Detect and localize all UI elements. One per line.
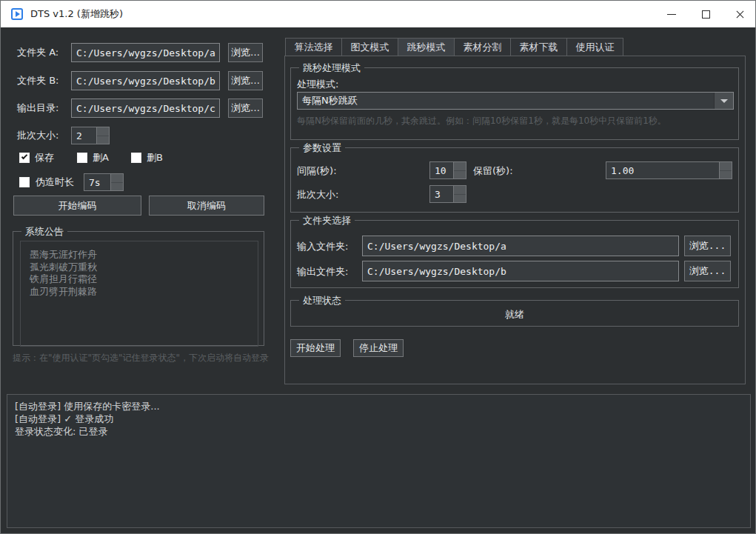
fake-duration-stepper[interactable]: 7s	[84, 173, 124, 191]
save-checkbox-label: 保存	[35, 151, 54, 164]
titlebar: DTS v1.2 (新增跳秒)	[1, 1, 755, 27]
input-folder-label: 输入文件夹:	[297, 240, 348, 253]
spin-down-button[interactable]	[454, 171, 466, 179]
spin-down-button[interactable]	[111, 183, 123, 191]
keep-label: 保留(秒):	[473, 164, 513, 178]
output-folder-input[interactable]: C:/Users/wygzs/Desktop/b	[362, 261, 679, 281]
mode-hint-text: 每隔N秒保留前面的几秒，其余跳过。例如：间隔10秒保留1秒，就是每10秒中只保留…	[297, 115, 666, 127]
folder-b-row: 文件夹 B: C:/Users/wygzs/Desktop/b 浏览…	[17, 71, 263, 90]
stop-process-button[interactable]: 停止处理	[353, 339, 404, 357]
output-dir-row: 输出目录: C:/Users/wygzs/Desktop/c 浏览…	[17, 99, 263, 118]
folder-a-label: 文件夹 A:	[17, 46, 71, 59]
fake-duration-checkbox[interactable]	[19, 177, 30, 187]
tab-material-split[interactable]: 素材分割	[454, 38, 511, 56]
spin-up-button[interactable]	[97, 127, 109, 136]
folders-group: 文件夹选择 输入文件夹: C:/Users/wygzs/Desktop/a 浏览…	[290, 220, 739, 288]
process-mode-select[interactable]: 每隔N秒跳跃	[297, 92, 734, 110]
output-dir-label: 输出目录:	[17, 101, 71, 115]
announcement-line: 血刃劈开荆棘路	[30, 286, 249, 298]
input-folder-browse-button[interactable]: 浏览...	[684, 236, 731, 256]
fake-duration-row: 伪造时长 7s	[19, 173, 124, 192]
batch-size-row: 批次大小: 2	[17, 127, 110, 144]
log-console[interactable]: [自动登录] 使用保存的卡密登录... [自动登录] ✓ 登录成功 登录状态变化…	[7, 394, 751, 528]
tab-algorithm-select[interactable]: 算法选择	[285, 38, 342, 56]
status-group: 处理状态 就绪	[290, 300, 739, 327]
interval-stepper[interactable]: 10	[429, 161, 466, 179]
spin-up-button[interactable]	[454, 162, 466, 171]
process-mode-selected-value: 每隔N秒跳跃	[298, 94, 714, 107]
tab-material-download[interactable]: 素材下载	[510, 38, 567, 56]
announcement-group-title: 系统公告	[21, 225, 67, 238]
delete-a-checkbox[interactable]	[77, 153, 87, 163]
interval-label: 间隔(秒):	[297, 164, 337, 178]
delete-b-checkbox-label: 删B	[147, 151, 163, 164]
announcement-line: 铁肩担月行霜径	[30, 273, 249, 286]
checkbox-row: 保存 删A 删B	[19, 152, 163, 164]
maximize-icon	[702, 10, 710, 19]
log-line: 登录状态变化: 已登录	[15, 425, 743, 438]
input-folder-input[interactable]: C:/Users/wygzs/Desktop/a	[362, 236, 679, 256]
save-checkbox[interactable]	[19, 153, 30, 163]
cancel-encode-button[interactable]: 取消编码	[149, 196, 264, 216]
spin-up-button[interactable]	[111, 174, 123, 183]
status-text: 就绪	[291, 308, 738, 321]
params-group-title: 参数设置	[299, 141, 345, 155]
folder-a-row: 文件夹 A: C:/Users/wygzs/Desktop/a 浏览…	[17, 43, 263, 62]
app-window: DTS v1.2 (新增跳秒) 文件夹 A: C:/Users/wygzs/De…	[0, 0, 756, 534]
output-folder-label: 输出文件夹:	[297, 265, 348, 278]
folders-group-title: 文件夹选择	[299, 214, 355, 227]
batch-size-right-label: 批次大小:	[297, 188, 338, 201]
start-encode-button[interactable]: 开始编码	[13, 196, 141, 216]
tab-image-text-mode[interactable]: 图文模式	[341, 38, 398, 56]
chevron-down-icon	[720, 99, 728, 103]
minimize-icon	[667, 14, 676, 15]
check-icon	[21, 153, 27, 159]
maximize-button[interactable]	[689, 1, 723, 27]
keep-stepper[interactable]: 1.00	[606, 161, 732, 179]
spin-up-button[interactable]	[720, 162, 732, 171]
skip-mode-group-title: 跳秒处理模式	[299, 61, 364, 75]
announcement-list: 墨海无涯灯作舟 孤光刺破万重秋 铁肩担月行霜径 血刃劈开荆棘路	[20, 241, 258, 347]
combo-arrow-button[interactable]	[714, 93, 733, 109]
close-icon	[735, 10, 745, 19]
spin-down-button[interactable]	[97, 136, 109, 144]
play-icon	[16, 11, 20, 17]
folder-a-input[interactable]: C:/Users/wygzs/Desktop/a	[71, 43, 220, 62]
folder-b-input[interactable]: C:/Users/wygzs/Desktop/b	[71, 71, 220, 90]
spin-down-button[interactable]	[720, 171, 732, 179]
tab-usage-auth[interactable]: 使用认证	[566, 38, 623, 56]
folder-b-browse-button[interactable]: 浏览…	[228, 71, 263, 90]
folder-a-browse-button[interactable]: 浏览…	[228, 43, 263, 62]
delete-b-checkbox[interactable]	[131, 153, 141, 163]
output-folder-browse-button[interactable]: 浏览...	[684, 261, 731, 281]
status-group-title: 处理状态	[299, 294, 345, 307]
output-dir-browse-button[interactable]: 浏览…	[228, 99, 263, 118]
batch-size-stepper[interactable]: 2	[71, 127, 110, 144]
delete-a-checkbox-label: 删A	[93, 151, 109, 164]
batch-size-label: 批次大小:	[17, 129, 71, 142]
output-dir-input[interactable]: C:/Users/wygzs/Desktop/c	[71, 99, 220, 118]
announcement-line: 墨海无涯灯作舟	[30, 249, 249, 261]
fake-duration-label: 伪造时长	[36, 176, 74, 189]
log-line: [自动登录] ✓ 登录成功	[15, 413, 743, 425]
close-button[interactable]	[723, 1, 756, 27]
log-line: [自动登录] 使用保存的卡密登录...	[15, 400, 743, 413]
process-mode-label: 处理模式:	[297, 78, 338, 91]
announcement-group: 系统公告 墨海无涯灯作舟 孤光刺破万重秋 铁肩担月行霜径 血刃劈开荆棘路	[13, 231, 264, 346]
tab-skip-second-mode[interactable]: 跳秒模式	[398, 38, 455, 56]
minimize-button[interactable]	[655, 1, 689, 27]
spin-down-button[interactable]	[454, 195, 466, 203]
skip-mode-group: 跳秒处理模式 处理模式: 每隔N秒跳跃 每隔N秒保留前面的几秒，其余跳过。例如：…	[290, 67, 739, 140]
announcement-line: 孤光刺破万重秋	[30, 261, 249, 274]
window-title: DTS v1.2 (新增跳秒)	[30, 1, 123, 27]
start-process-button[interactable]: 开始处理	[290, 339, 341, 357]
batch-size-right-stepper[interactable]: 3	[429, 185, 466, 203]
params-group: 参数设置 间隔(秒): 10 保留(秒): 1.00 批次大小: 3	[290, 147, 739, 213]
app-icon	[11, 8, 23, 20]
login-hint-text: 提示：在"使用认证"页勾选"记住登录状态"，下次启动将自动登录	[13, 352, 269, 364]
folder-b-label: 文件夹 B:	[17, 74, 71, 87]
spin-up-button[interactable]	[454, 186, 466, 195]
